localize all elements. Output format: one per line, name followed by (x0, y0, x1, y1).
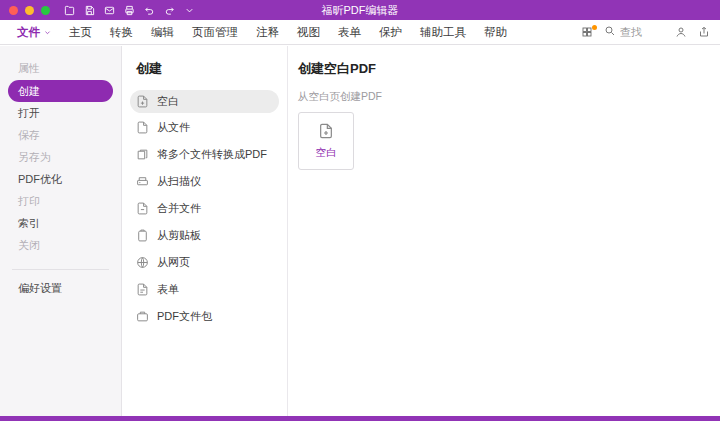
window-controls (0, 6, 50, 15)
sidebar-divider (12, 269, 109, 270)
save-icon[interactable] (84, 5, 95, 16)
detail-subtitle: 从空白页创建PDF (298, 90, 720, 104)
quick-access-toolbar (64, 5, 195, 16)
title-bar: 福昕PDF编辑器 (0, 0, 720, 20)
open-file-icon[interactable] (64, 5, 75, 16)
menu-bar: 文件 主页 转换 编辑 页面管理 注释 视图 表单 保护 辅助工具 帮助 (0, 20, 720, 45)
sidebar-item-index[interactable]: 索引 (0, 213, 121, 234)
customize-toolbar-chevron-icon[interactable] (184, 5, 195, 16)
print-icon[interactable] (124, 5, 135, 16)
menu-comment[interactable]: 注释 (247, 25, 288, 40)
menu-file-label: 文件 (17, 25, 40, 40)
sidebar-item-close[interactable]: 关闭 (0, 235, 121, 256)
create-item-from-webpage[interactable]: 从网页 (122, 249, 287, 275)
minimize-window-button[interactable] (25, 6, 34, 15)
detail-panel: 创建空白PDF 从空白页创建PDF 空白 (288, 46, 720, 416)
sidebar-item-print[interactable]: 打印 (0, 191, 121, 212)
menu-file[interactable]: 文件 (8, 25, 60, 40)
create-item-merge-files[interactable]: 合并文件 (122, 195, 287, 221)
redo-icon[interactable] (164, 5, 175, 16)
menu-accessibility[interactable]: 辅助工具 (411, 25, 475, 40)
chevron-down-icon (44, 26, 51, 38)
create-item-pdf-portfolio[interactable]: PDF文件包 (122, 303, 287, 329)
create-item-label: 空白 (157, 94, 179, 109)
account-icon[interactable] (675, 26, 687, 38)
blank-card-label: 空白 (316, 146, 337, 160)
create-item-label: 从网页 (157, 255, 190, 270)
blank-page-icon (136, 95, 149, 108)
blank-pdf-card[interactable]: 空白 (298, 112, 354, 170)
create-item-from-file[interactable]: 从文件 (122, 114, 287, 140)
menu-view[interactable]: 视图 (288, 25, 329, 40)
menu-protect[interactable]: 保护 (370, 25, 411, 40)
bottom-accent-bar (0, 416, 720, 421)
create-item-label: 合并文件 (157, 201, 201, 216)
app-body: 属性 创建 打开 保存 另存为 PDF优化 打印 索引 关闭 偏好设置 创建 空… (0, 46, 720, 416)
sidebar-item-properties[interactable]: 属性 (0, 58, 121, 79)
file-sidebar: 属性 创建 打开 保存 另存为 PDF优化 打印 索引 关闭 偏好设置 (0, 46, 122, 416)
form-icon (136, 283, 149, 296)
webpage-icon (136, 256, 149, 269)
sidebar-item-create[interactable]: 创建 (8, 80, 113, 102)
undo-icon[interactable] (144, 5, 155, 16)
create-panel: 创建 空白 从文件 将多个文件转换成PDF 从扫描仪 合并文件 从剪贴板 从网页 (122, 46, 288, 416)
notification-dot (592, 25, 597, 30)
new-document-icon (318, 123, 334, 139)
menu-help[interactable]: 帮助 (475, 25, 516, 40)
sidebar-item-open[interactable]: 打开 (0, 103, 121, 124)
create-item-label: 从剪贴板 (157, 228, 201, 243)
multi-file-icon (136, 148, 149, 161)
email-icon[interactable] (104, 5, 115, 16)
menu-home[interactable]: 主页 (60, 25, 101, 40)
create-item-label: 将多个文件转换成PDF (157, 147, 267, 162)
sidebar-item-preferences[interactable]: 偏好设置 (0, 278, 121, 299)
clipboard-icon (136, 229, 149, 242)
search-icon (604, 25, 616, 39)
menu-convert[interactable]: 转换 (101, 25, 142, 40)
menubar-right-controls (581, 25, 710, 39)
search-input[interactable] (620, 26, 664, 38)
from-file-icon (136, 121, 149, 134)
create-panel-title: 创建 (122, 58, 287, 90)
fullscreen-window-button[interactable] (41, 6, 50, 15)
create-item-form[interactable]: 表单 (122, 276, 287, 302)
close-window-button[interactable] (9, 6, 18, 15)
create-item-blank[interactable]: 空白 (130, 90, 279, 113)
menu-edit[interactable]: 编辑 (142, 25, 183, 40)
share-icon[interactable] (698, 26, 710, 38)
create-item-combine-multiple-files[interactable]: 将多个文件转换成PDF (122, 141, 287, 167)
pdf-package-icon (136, 310, 149, 323)
apps-icon[interactable] (581, 26, 593, 38)
create-item-label: 从扫描仪 (157, 174, 201, 189)
sidebar-item-save-as[interactable]: 另存为 (0, 147, 121, 168)
scanner-icon (136, 175, 149, 188)
find-field[interactable] (604, 25, 664, 39)
create-item-from-clipboard[interactable]: 从剪贴板 (122, 222, 287, 248)
sidebar-item-save[interactable]: 保存 (0, 125, 121, 146)
create-item-label: PDF文件包 (157, 309, 212, 324)
create-item-from-scanner[interactable]: 从扫描仪 (122, 168, 287, 194)
create-item-label: 从文件 (157, 120, 190, 135)
merge-files-icon (136, 202, 149, 215)
menu-page-management[interactable]: 页面管理 (183, 25, 247, 40)
sidebar-item-pdf-optimize[interactable]: PDF优化 (0, 169, 121, 190)
detail-title: 创建空白PDF (298, 60, 720, 78)
create-item-label: 表单 (157, 282, 179, 297)
menu-form[interactable]: 表单 (329, 25, 370, 40)
